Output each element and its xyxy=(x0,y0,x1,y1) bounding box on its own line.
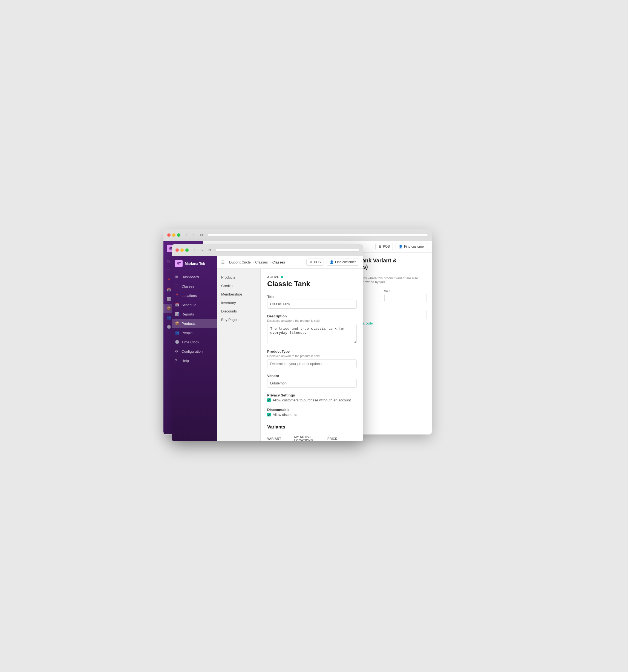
front-hamburger-icon[interactable]: ☰ xyxy=(221,260,225,264)
front-discountable-section: Discountable Allow discounts xyxy=(267,408,357,417)
front-leftnav-products[interactable]: Products xyxy=(217,273,260,282)
front-nav-back[interactable]: ‹ xyxy=(191,247,197,253)
front-address-bar[interactable] xyxy=(215,249,359,251)
back-find-customer-label: Find customer xyxy=(404,245,425,248)
calendar-icon: 📅 xyxy=(167,288,171,292)
front-breadcrumb-classes[interactable]: Classes xyxy=(255,260,268,264)
front-nav-forward[interactable]: › xyxy=(199,247,205,253)
front-vendor-section: Vendor xyxy=(267,374,357,388)
front-discountable-checkbox[interactable] xyxy=(267,413,271,416)
front-variants-table: VARIANT MY ACTIVE LOCATIONS PRICE xyxy=(267,434,357,441)
front-privacy-label: Privacy Settings xyxy=(267,393,357,397)
front-topbar: ☰ Dupont Circle › Classes › Classes 🖥 PO xyxy=(217,256,363,269)
back-minimize-btn[interactable] xyxy=(172,233,176,237)
front-discountable-checkbox-row: Allow discounts xyxy=(267,413,357,417)
back-find-customer-button[interactable]: 👤 Find customer xyxy=(396,243,428,250)
front-sidebar-item-reports[interactable]: 📊 Reports xyxy=(172,309,217,319)
front-sidebar-item-help[interactable]: ? Help xyxy=(172,356,217,365)
front-variants-th-locations: MY ACTIVE LOCATIONS xyxy=(294,434,327,441)
front-calendar-icon: 📅 xyxy=(175,303,179,307)
front-title-label: Title xyxy=(267,295,357,299)
front-sidebar-nav: ⊞ Dashboard ☰ Classes 📍 Locations 📅 Sche… xyxy=(172,271,217,441)
front-brand-logo: MT xyxy=(175,260,183,267)
map-pin-icon: 📍 xyxy=(167,278,171,283)
front-label-timeclock: Time Clock xyxy=(182,340,199,344)
back-address-bar[interactable] xyxy=(207,234,428,236)
front-pos-button[interactable]: 🖥 POS xyxy=(306,259,324,266)
front-breadcrumb: Dupont Circle › Classes › Classes xyxy=(229,260,285,264)
clock-icon: 🕐 xyxy=(167,325,171,329)
front-list-icon: ☰ xyxy=(175,284,179,288)
front-pos-label: POS xyxy=(314,260,321,264)
front-leftnav-inventory[interactable]: Inventory xyxy=(217,298,260,307)
front-status-dot xyxy=(281,276,283,278)
front-description-label: Description xyxy=(267,314,357,318)
front-sidebar-item-classes[interactable]: ☰ Classes xyxy=(172,282,217,291)
front-leftnav-memberships[interactable]: Memberships xyxy=(217,290,260,298)
back-close-btn[interactable] xyxy=(167,233,170,237)
package-icon: 📦 xyxy=(167,306,171,311)
front-variants-section: Variants VARIANT MY ACTIVE LOCATIONS PRI… xyxy=(267,424,357,441)
front-product-title: Classic Tank xyxy=(267,280,357,288)
front-discountable-label: Discountable xyxy=(267,408,357,412)
front-variants-header-row: VARIANT MY ACTIVE LOCATIONS PRICE xyxy=(267,434,357,441)
front-label-help: Help xyxy=(182,359,189,363)
front-leftnav-credits[interactable]: Credits xyxy=(217,282,260,290)
front-title-section: Title xyxy=(267,295,357,309)
front-label-reports: Reports xyxy=(182,312,194,316)
front-close-btn[interactable] xyxy=(176,248,179,252)
front-variants-title: Variants xyxy=(267,424,357,430)
back-maximize-btn[interactable] xyxy=(177,233,180,237)
front-help-icon: ? xyxy=(175,358,179,363)
front-breadcrumb-dupont[interactable]: Dupont Circle xyxy=(229,260,251,264)
front-sidebar-item-products[interactable]: 📦 Products xyxy=(172,319,217,328)
front-nav-refresh[interactable]: ↻ xyxy=(207,247,213,253)
front-sidebar-item-dashboard[interactable]: ⊞ Dashboard xyxy=(172,272,217,282)
front-variants-th-price: PRICE xyxy=(327,434,337,441)
front-minimize-btn[interactable] xyxy=(180,248,184,252)
front-bc-sep1: › xyxy=(252,260,254,264)
front-vendor-input[interactable] xyxy=(267,379,357,388)
front-description-textarea[interactable]: The tried and true classic tank for ever… xyxy=(267,324,357,343)
front-traffic-lights xyxy=(176,248,189,252)
front-sidebar-item-people[interactable]: 👥 People xyxy=(172,328,217,337)
back-nav-refresh[interactable]: ↻ xyxy=(199,232,205,238)
grid-icon: ⊞ xyxy=(167,260,171,264)
front-maximize-btn[interactable] xyxy=(185,248,189,252)
front-product-type-label: Product Type xyxy=(267,350,357,354)
front-app-container: MT Mariana Tek ⊞ Dashboard ☰ Classes 📍 L… xyxy=(172,256,363,441)
front-variants-th-action xyxy=(337,434,357,441)
front-leftnav-discounts[interactable]: Discounts xyxy=(217,307,260,315)
back-traffic-lights xyxy=(167,233,180,237)
back-size-input[interactable] xyxy=(385,294,427,302)
front-users-icon: 👥 xyxy=(175,331,179,335)
front-sidebar-item-schedule[interactable]: 📅 Schedule xyxy=(172,300,217,309)
front-sidebar-item-locations[interactable]: 📍 Locations xyxy=(172,291,217,300)
front-sidebar-item-timeclock[interactable]: 🕐 Time Clock xyxy=(172,337,217,347)
front-left-nav: Products Credits Memberships Inventory D… xyxy=(217,269,261,441)
back-browser-nav: ‹ › ↻ xyxy=(183,232,205,238)
front-title-input[interactable] xyxy=(267,299,357,309)
back-nav-back[interactable]: ‹ xyxy=(183,232,189,238)
front-browser-nav: ‹ › ↻ xyxy=(191,247,213,253)
back-topbar-actions: 🖥 POS 👤 Find customer xyxy=(375,243,428,250)
back-find-customer-icon: 👤 xyxy=(399,245,403,248)
front-leftnav-buypages[interactable]: Buy Pages xyxy=(217,315,260,324)
front-privacy-checkbox[interactable] xyxy=(267,399,271,402)
front-pos-icon: 🖥 xyxy=(309,260,312,264)
front-sidebar-item-configuration[interactable]: ⚙ Configuration xyxy=(172,347,217,356)
front-privacy-section: Privacy Settings Allow customers to purc… xyxy=(267,393,357,402)
front-label-people: People xyxy=(182,331,192,335)
front-product-type-input[interactable] xyxy=(267,359,357,368)
front-label-products: Products xyxy=(182,321,195,326)
back-pos-button[interactable]: 🖥 POS xyxy=(375,243,393,250)
front-status-text: ACTIVE xyxy=(267,275,279,279)
bar-chart-icon: 📊 xyxy=(167,297,171,301)
back-nav-forward[interactable]: › xyxy=(191,232,197,238)
front-bc-sep2: › xyxy=(270,260,271,264)
front-description-sublabel: Displayed anywhere the product is sold xyxy=(267,319,357,322)
front-find-customer-button[interactable]: 👤 Find customer xyxy=(327,259,359,266)
front-discountable-checkbox-label: Allow discounts xyxy=(273,413,297,417)
front-topbar-actions: 🖥 POS 👤 Find customer xyxy=(306,259,359,266)
back-pos-label: POS xyxy=(383,245,390,248)
